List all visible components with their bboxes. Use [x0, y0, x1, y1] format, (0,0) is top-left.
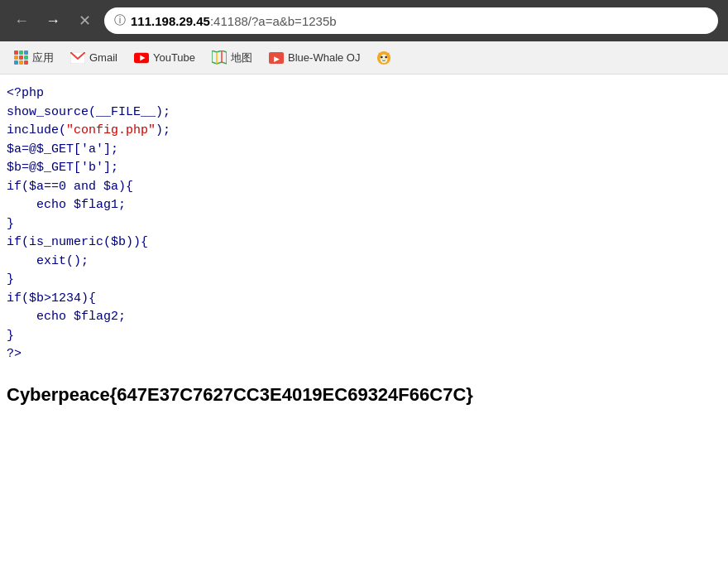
bookmark-gmail[interactable]: Gmail [64, 47, 124, 69]
bookmark-youtube[interactable]: YouTube [127, 47, 202, 69]
bookmark-bluewhale[interactable]: ▶ Blue-Whale OJ [262, 47, 366, 69]
info-icon: ⓘ [114, 13, 126, 28]
maps-icon [212, 51, 227, 65]
flag-output: Cyberpeace{647E37C7627CC3E4019EC69324F66… [7, 381, 721, 408]
url-path: :41188/?a=a&b=1235b [210, 14, 337, 28]
svg-marker-3 [212, 51, 227, 64]
bluewhale-label: Blue-Whale OJ [288, 51, 360, 64]
back-button[interactable]: ← [10, 13, 33, 28]
svg-point-9 [381, 54, 388, 63]
bookmark-maps[interactable]: 地图 [205, 47, 259, 69]
url-ip: 111.198.29.45 [131, 14, 210, 28]
gmail-icon [70, 51, 85, 65]
bookmark-fox[interactable] [370, 47, 398, 69]
svg-text:▶: ▶ [274, 55, 280, 63]
code-display: <?php show_source(__FILE__); include("co… [7, 84, 721, 364]
bluewhale-icon: ▶ [269, 51, 284, 65]
apps-label: 应用 [32, 51, 54, 65]
svg-point-12 [381, 55, 383, 58]
youtube-label: YouTube [153, 51, 195, 64]
url-display: 111.198.29.45:41188/?a=a&b=1235b [131, 14, 337, 28]
bookmark-apps[interactable]: 应用 [7, 47, 60, 69]
youtube-icon [134, 51, 149, 65]
bookmarks-bar: 应用 Gmail YouTube 地图 [0, 41, 728, 75]
address-bar[interactable]: ⓘ 111.198.29.45:41188/?a=a&b=1235b [104, 7, 718, 34]
gmail-label: Gmail [89, 51, 117, 64]
apps-icon [13, 51, 28, 65]
forward-button[interactable]: → [41, 13, 65, 28]
close-button[interactable]: ✕ [73, 13, 96, 28]
code-content: <?php show_source(__FILE__); include("co… [0, 75, 728, 418]
fox-icon [376, 51, 391, 65]
maps-label: 地图 [231, 51, 252, 65]
browser-toolbar: ← → ✕ ⓘ 111.198.29.45:41188/?a=a&b=1235b [0, 0, 728, 41]
svg-point-13 [386, 55, 388, 58]
